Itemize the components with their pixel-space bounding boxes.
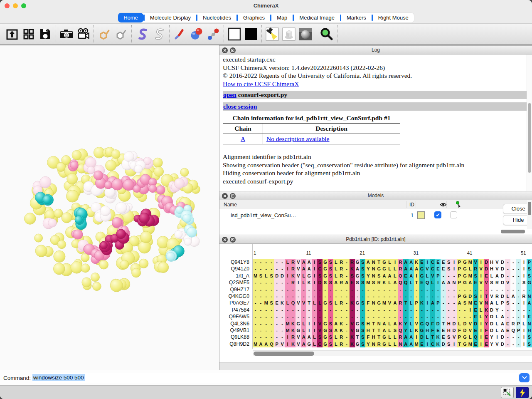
alignment-cell: I — [285, 341, 291, 347]
hide-atoms-button[interactable] — [113, 25, 129, 43]
save-button[interactable] — [37, 25, 54, 43]
log-panel-title: Log — [219, 47, 532, 53]
alignment-cell: D — [500, 341, 505, 347]
alignment-cell: S — [328, 334, 333, 340]
graphics-viewport[interactable] — [0, 45, 219, 370]
alignment-cell: I — [312, 279, 317, 286]
alignment-cell: E — [419, 341, 425, 347]
models-vertical-scrollbar-thumb[interactable] — [528, 202, 531, 215]
alignment-cell: A — [446, 279, 451, 286]
alignment-cell: M — [468, 300, 473, 306]
alignment-cell: N — [527, 293, 532, 300]
alignment-cell: N — [371, 341, 376, 347]
snapshot-button[interactable] — [58, 25, 75, 43]
alignment-cell: - — [339, 313, 344, 320]
alignment-cell: V — [489, 293, 495, 300]
fast-graphics-button[interactable] — [516, 387, 529, 398]
alignment-cell: E — [484, 334, 489, 340]
alignment-cell: S — [328, 265, 333, 272]
white-background-button[interactable] — [226, 25, 243, 43]
zoom-button[interactable] — [318, 25, 335, 43]
simple-lighting-button[interactable] — [264, 25, 281, 43]
tab-molecule-display[interactable]: Molecule Display — [145, 13, 196, 22]
alignment-cell: A — [301, 334, 306, 340]
close-session-link[interactable]: close session — [223, 103, 257, 110]
stick-style-button[interactable] — [172, 25, 188, 43]
alignment-cell: S — [317, 334, 323, 340]
alignment-cell: S — [446, 334, 451, 340]
alignment-cell: - — [274, 279, 280, 286]
alignment-cell: - — [328, 293, 333, 300]
alignment-cell: - — [425, 307, 430, 313]
log-text-line: Hiding conservation header for alignment… — [223, 169, 521, 177]
tab-markers[interactable]: Markers — [341, 13, 372, 22]
alignment-cell: L — [425, 334, 430, 340]
alignment-cell: - — [274, 334, 280, 340]
alignment-cell: I — [414, 334, 419, 340]
alignment-cell: C — [317, 265, 323, 272]
show-atoms-button[interactable] — [96, 25, 113, 43]
tab-nucleotides[interactable]: Nucleotides — [197, 13, 236, 22]
tab-home[interactable]: Home — [118, 13, 143, 22]
sphere-style-button[interactable] — [188, 25, 205, 43]
alignment-cell: P — [457, 273, 462, 279]
command-history-button[interactable] — [519, 373, 530, 382]
model-selected-checkbox[interactable] — [450, 211, 457, 218]
log-scrollbar[interactable] — [527, 55, 532, 191]
soft-lighting-button[interactable] — [281, 25, 297, 43]
show-cartoons-button[interactable] — [134, 25, 150, 43]
alignment-cell: - — [264, 259, 269, 265]
spin-movie-button[interactable] — [75, 25, 91, 43]
alignment-cell: - — [441, 307, 446, 313]
alignment-cell: - — [285, 313, 291, 320]
alignment-content[interactable]: 11121314151 Q941Y8Q941Z01rtt_AQ2SMF5Q9HZ… — [219, 244, 532, 362]
command-text-selected: windowsize 500 500 — [32, 374, 85, 381]
alignment-cell: - — [269, 279, 274, 286]
model-color-swatch[interactable] — [417, 211, 425, 219]
alignment-cell: V — [478, 300, 484, 306]
black-background-button[interactable] — [243, 25, 259, 43]
alignment-cell: - — [516, 286, 521, 293]
alignment-cell: G — [355, 341, 360, 347]
alignment-cell: - — [258, 259, 264, 265]
open-button[interactable] — [4, 25, 20, 43]
alignment-cell: T — [457, 341, 462, 347]
alignment-grid[interactable]: ------LRVAAISGSLR-RGSANTGLIRAAKEICEESIPG… — [253, 259, 532, 347]
tab-medical-image[interactable]: Medical Image — [294, 13, 340, 22]
alignment-sequence-names: Q941Y8Q941Z01rtt_AQ2SMF5Q9HZ17Q4KGG0P0AG… — [219, 259, 251, 347]
alignment-horizontal-scrollbar-thumb[interactable] — [254, 352, 314, 356]
recent-button[interactable] — [20, 25, 37, 43]
hide-cartoons-button[interactable] — [150, 25, 167, 43]
alignment-cell: - — [274, 293, 280, 300]
sequence-row-label: Q9LK88 — [219, 334, 251, 340]
command-input[interactable]: windowsize 500 500 — [32, 373, 518, 383]
full-lighting-button[interactable] — [297, 25, 314, 43]
log-scrollbar-thumb[interactable] — [528, 103, 531, 173]
alignment-cell: G — [382, 341, 387, 347]
alignment-horizontal-scrollbar[interactable] — [253, 350, 532, 356]
alignment-cell: G — [323, 273, 328, 279]
alignment-cell: D — [500, 265, 505, 272]
open-command-link[interactable]: open — [223, 91, 236, 98]
models-vertical-scrollbar[interactable] — [527, 200, 532, 229]
chain-a-link[interactable]: A — [241, 135, 245, 142]
sequence-row: -------RILKIDSSARAESSMSRKLAQQLTEQLIAANPG… — [253, 279, 532, 286]
alignment-cell: S — [527, 273, 532, 279]
status-bar — [0, 385, 532, 399]
alignment-cell: E — [435, 259, 441, 265]
cite-link[interactable]: How to cite UCSF ChimeraX — [223, 80, 299, 87]
model-row[interactable]: isd_pdb1rtt_view_ConSu… 1 ✔ — [219, 210, 499, 221]
tab-graphics[interactable]: Graphics — [238, 13, 270, 22]
models-horizontal-scrollbar-thumb[interactable] — [501, 230, 525, 233]
alignment-cell: Y — [365, 341, 371, 347]
model-shown-checkbox[interactable]: ✔ — [434, 211, 441, 218]
alignment-cell: - — [301, 293, 306, 300]
tab-right-mouse[interactable]: Right Mouse — [373, 13, 414, 22]
ball-stick-style-button[interactable] — [205, 25, 222, 43]
black-background-icon — [244, 27, 259, 42]
alignment-cell: I — [312, 327, 317, 334]
chain-description-link[interactable]: No description available — [266, 135, 330, 142]
alignment-cell: D — [489, 320, 495, 327]
tab-map[interactable]: Map — [271, 13, 293, 22]
resize-graphics-button[interactable] — [501, 387, 514, 398]
